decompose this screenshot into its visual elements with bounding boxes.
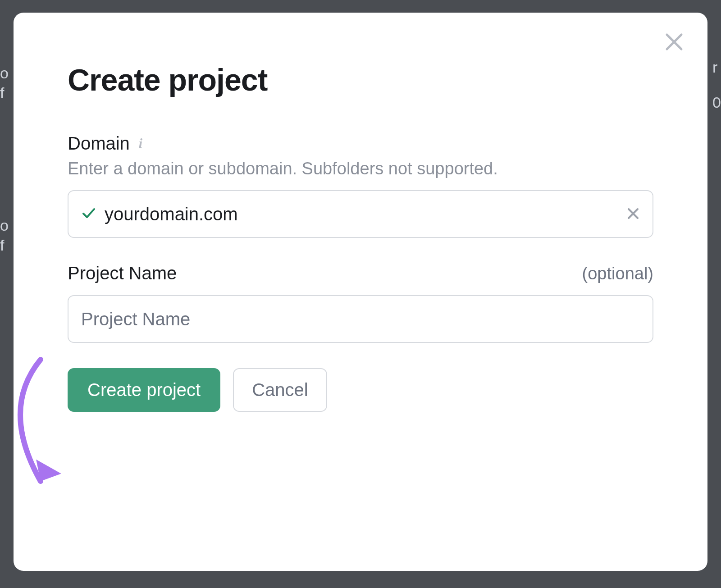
- create-project-dialog: Create project Domain i Enter a domain o…: [14, 13, 707, 571]
- cancel-button[interactable]: Cancel: [233, 368, 327, 412]
- backdrop-fragment: of: [0, 63, 9, 103]
- create-project-button[interactable]: Create project: [68, 368, 220, 412]
- close-icon: [663, 31, 685, 54]
- clear-domain-button[interactable]: [626, 207, 640, 222]
- x-icon: [626, 207, 640, 222]
- backdrop-fragment: of: [0, 215, 9, 255]
- dialog-title: Create project: [68, 62, 653, 97]
- close-button[interactable]: [662, 30, 687, 55]
- domain-input[interactable]: [105, 191, 618, 237]
- optional-label: (optional): [582, 264, 653, 283]
- svg-marker-4: [31, 460, 63, 486]
- domain-helper-text: Enter a domain or subdomain. Subfolders …: [68, 159, 653, 178]
- domain-input-wrap: [68, 190, 653, 238]
- project-name-input-wrap: [68, 295, 653, 343]
- project-name-input[interactable]: [81, 296, 640, 342]
- project-name-field-group: Project Name (optional): [68, 263, 653, 343]
- dialog-button-row: Create project Cancel: [68, 368, 653, 412]
- backdrop-fragment: r0: [712, 59, 721, 111]
- domain-field-group: Domain i Enter a domain or subdomain. Su…: [68, 133, 653, 238]
- project-name-label: Project Name: [68, 263, 177, 283]
- info-icon[interactable]: i: [135, 137, 146, 151]
- check-icon: [81, 205, 96, 223]
- domain-label: Domain: [68, 133, 130, 154]
